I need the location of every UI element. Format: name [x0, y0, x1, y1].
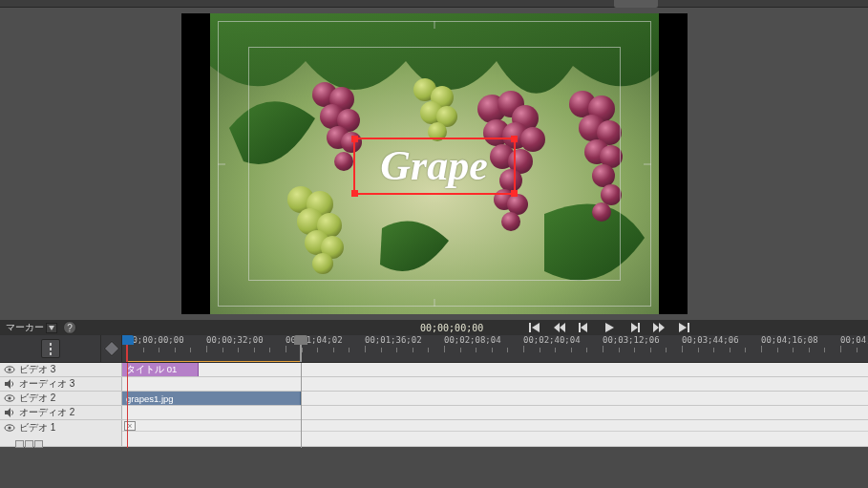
- ruler-tick-label: 00;02;08;04: [444, 335, 501, 345]
- track-video-2: ビデオ 2 grapes1.jpg: [0, 392, 868, 406]
- ruler-tick-label: 00;00;00;00: [127, 335, 184, 345]
- svg-marker-59: [5, 408, 11, 417]
- program-monitor[interactable]: Grape: [181, 13, 688, 314]
- resize-handle-br[interactable]: [511, 190, 518, 197]
- svg-marker-44: [560, 323, 565, 332]
- eye-icon[interactable]: [4, 364, 15, 375]
- clip-title-name: タイトル 01: [126, 364, 177, 376]
- track-audio-3: オーディオ 3: [0, 377, 868, 392]
- diamond-icon: [103, 341, 119, 357]
- track-lane-audio-3[interactable]: [122, 377, 868, 391]
- track-head-video-2[interactable]: ビデオ 2: [0, 392, 122, 405]
- track-display-mode-1[interactable]: [15, 440, 24, 448]
- transport-buttons: [528, 321, 690, 334]
- app-tabstrip: [0, 0, 868, 8]
- track-lane-video-1[interactable]: ×: [122, 420, 868, 446]
- resize-handle-tr[interactable]: [511, 136, 518, 142]
- current-timecode[interactable]: 00;00;00;00: [420, 323, 483, 333]
- speaker-icon[interactable]: [4, 407, 15, 418]
- go-to-start-button[interactable]: [528, 321, 541, 334]
- active-tab-indicator: [614, 0, 658, 8]
- track-head-audio-2[interactable]: オーディオ 2: [0, 406, 122, 419]
- marker-dropdown[interactable]: [46, 323, 57, 333]
- play-button[interactable]: [603, 321, 616, 334]
- go-start-icon: [529, 322, 540, 333]
- thumbnail-row: [122, 432, 868, 446]
- track-video-3: ビデオ 3 タイトル 01: [0, 363, 868, 377]
- track-lane-video-3[interactable]: タイトル 01: [122, 363, 868, 376]
- track-label: ビデオ 3: [19, 363, 55, 376]
- end-marker-line: [301, 363, 302, 448]
- skip-fwd-icon: [653, 322, 665, 333]
- play-icon: [603, 322, 615, 333]
- track-lane-audio-2[interactable]: [122, 406, 868, 419]
- ruler-tick-label: 00;01;04;02: [286, 335, 343, 345]
- track-tools: [0, 335, 101, 362]
- title-bounding-box[interactable]: Grape: [353, 138, 516, 195]
- svg-marker-43: [554, 323, 560, 332]
- add-marker-button[interactable]: [101, 335, 122, 362]
- svg-marker-51: [659, 323, 665, 332]
- svg-rect-41: [529, 323, 531, 332]
- timeline: 00;00;00;0000;00;32;0000;01;04;0200;01;3…: [0, 335, 868, 447]
- go-end-icon: [678, 322, 689, 333]
- title-text[interactable]: Grape: [380, 145, 487, 187]
- svg-point-55: [8, 368, 11, 371]
- clip-title[interactable]: タイトル 01: [122, 363, 199, 376]
- close-clip-button[interactable]: ×: [124, 421, 136, 431]
- clip-media-name: grapes1.jpg: [126, 393, 174, 404]
- prev-frame-set-button[interactable]: [553, 321, 566, 334]
- track-display-mode-2[interactable]: [25, 440, 33, 448]
- svg-marker-42: [532, 323, 540, 332]
- track-view-toggle[interactable]: [41, 339, 60, 358]
- track-label: オーディオ 3: [19, 377, 74, 391]
- svg-marker-52: [679, 323, 687, 332]
- track-view-icon: [50, 343, 52, 355]
- svg-marker-50: [653, 323, 659, 332]
- svg-rect-46: [579, 323, 581, 332]
- help-button[interactable]: ?: [63, 321, 76, 334]
- track-video-1: ビデオ 1 ×: [0, 420, 868, 447]
- ruler-tick-label: 00;01;36;02: [365, 335, 422, 345]
- speaker-icon[interactable]: [4, 378, 15, 390]
- ruler-tick-label: 00;03;12;06: [603, 335, 660, 345]
- track-head-audio-3[interactable]: オーディオ 3: [0, 377, 122, 391]
- resize-handle-bl[interactable]: [351, 190, 358, 197]
- playhead-line: [127, 363, 128, 448]
- svg-rect-53: [688, 323, 689, 332]
- skip-back-icon: [554, 322, 565, 333]
- track-label: ビデオ 2: [19, 392, 55, 405]
- track-lane-video-2[interactable]: grapes1.jpg: [122, 392, 868, 405]
- step-fwd-icon: [628, 322, 640, 333]
- step-forward-button[interactable]: [627, 321, 641, 334]
- step-back-button[interactable]: [578, 321, 591, 334]
- clip-media[interactable]: grapes1.jpg: [122, 392, 301, 405]
- track-head-video-1[interactable]: ビデオ 1: [0, 420, 122, 446]
- ruler-tick-label: 00;04;48;08: [840, 335, 868, 345]
- eye-icon[interactable]: [4, 393, 15, 404]
- track-display-mode-3[interactable]: [34, 440, 43, 448]
- next-frame-set-button[interactable]: [652, 321, 666, 334]
- svg-point-61: [8, 426, 11, 429]
- timeline-header: 00;00;00;0000;00;32;0000;01;04;0200;01;3…: [0, 335, 868, 362]
- chevron-down-icon: [49, 326, 54, 330]
- svg-marker-48: [631, 323, 638, 332]
- svg-marker-56: [5, 379, 11, 389]
- go-to-end-button[interactable]: [677, 321, 690, 334]
- svg-point-58: [8, 396, 11, 399]
- playback-controls-bar: マーカー ? 00;00;00;00: [0, 320, 868, 335]
- track-label: ビデオ 1: [19, 421, 55, 435]
- ruler-tick-label: 00;04;16;08: [761, 335, 818, 345]
- resize-handle-tl[interactable]: [351, 136, 358, 142]
- ruler-tick-label: 00;03;44;06: [682, 335, 739, 345]
- tracks-area: ビデオ 3 タイトル 01 オーディオ 3 ビデオ 2: [0, 362, 868, 447]
- ruler-tick-label: 00;00;32;00: [206, 335, 264, 345]
- svg-rect-49: [638, 323, 640, 332]
- track-audio-2: オーディオ 2: [0, 406, 868, 420]
- preview-frame: Grape: [210, 13, 659, 314]
- eye-icon[interactable]: [4, 422, 15, 434]
- step-back-icon: [579, 322, 590, 333]
- track-head-video-3[interactable]: ビデオ 3: [0, 363, 122, 376]
- program-monitor-zone: Grape: [0, 8, 868, 320]
- time-ruler[interactable]: 00;00;00;0000;00;32;0000;01;04;0200;01;3…: [122, 335, 868, 362]
